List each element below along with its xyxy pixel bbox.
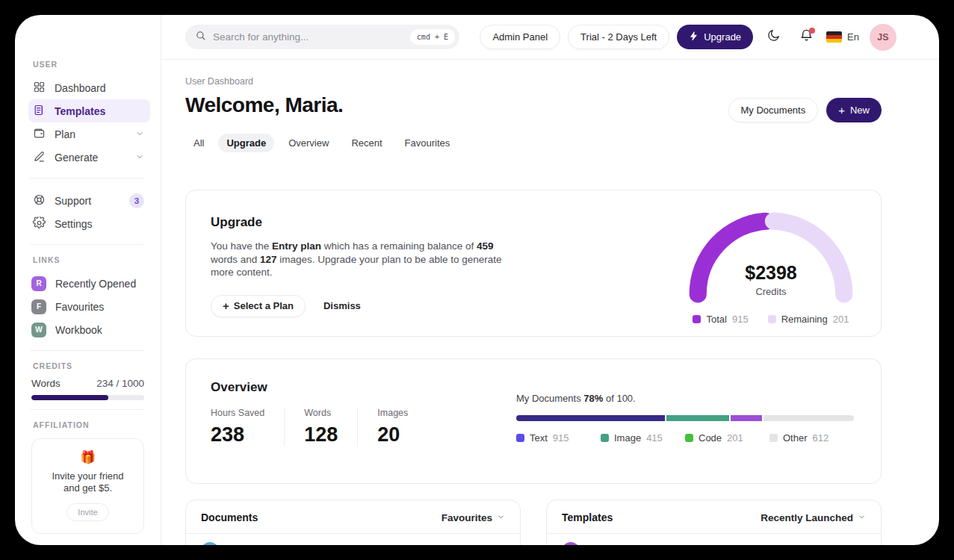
language-selector[interactable]: En bbox=[826, 31, 862, 43]
link-initial-badge: W bbox=[31, 323, 46, 337]
bar-segment-other bbox=[763, 415, 854, 421]
sidebar-item-support[interactable]: Support 3 bbox=[28, 189, 150, 212]
search-bar[interactable]: cmd + E bbox=[185, 25, 459, 49]
search-shortcut-badge: cmd + E bbox=[410, 29, 455, 45]
affiliation-text-line2: and get $5. bbox=[64, 482, 112, 494]
sidebar-item-settings[interactable]: Settings bbox=[28, 212, 150, 235]
invite-button[interactable]: Invite bbox=[66, 503, 108, 521]
wallet-icon bbox=[33, 127, 46, 142]
sidebar-item-label: Settings bbox=[55, 218, 93, 230]
sidebar-link-favourites[interactable]: F Favourites bbox=[31, 295, 153, 318]
legend-swatch bbox=[601, 434, 609, 442]
plus-icon: + bbox=[838, 105, 845, 116]
document-icon bbox=[33, 104, 46, 119]
sidebar-divider bbox=[30, 244, 144, 245]
templates-card-title: Templates bbox=[562, 511, 613, 523]
user-avatar[interactable]: JS bbox=[870, 24, 896, 51]
legend-total: Total 915 bbox=[693, 314, 748, 325]
page-title: Welcome, Maria. bbox=[185, 93, 343, 117]
sidebar-item-generate[interactable]: Generate bbox=[28, 146, 150, 169]
search-input[interactable] bbox=[213, 31, 403, 43]
grid-icon bbox=[33, 81, 46, 96]
templates-filter-dropdown[interactable]: Recently Launched bbox=[761, 512, 866, 523]
search-icon bbox=[195, 30, 206, 44]
notification-dot bbox=[809, 28, 815, 34]
stacked-progress-bar bbox=[516, 415, 854, 421]
legend-swatch bbox=[516, 434, 524, 442]
bar-segment-text bbox=[516, 415, 665, 421]
upgrade-card-title: Upgrade bbox=[211, 215, 524, 230]
legend-remaining: Remaining 201 bbox=[768, 314, 849, 325]
upgrade-card: Upgrade You have the Entry plan which ha… bbox=[185, 190, 882, 337]
documents-card: Documents Favourites Untitled Document i… bbox=[185, 500, 521, 545]
document-row[interactable]: Untitled Document in Workbook bbox=[186, 534, 520, 545]
breadcrumb: User Dashboard bbox=[185, 76, 343, 87]
overview-card: Overview Hours Saved 238 Words 128 Image… bbox=[185, 358, 882, 484]
chevron-down-icon bbox=[497, 512, 505, 523]
overview-card-title: Overview bbox=[211, 380, 427, 395]
legend-other: Other 612 bbox=[769, 432, 854, 444]
select-plan-button[interactable]: + Select a Plan bbox=[211, 295, 306, 317]
stat-words: Words 128 bbox=[284, 408, 357, 447]
tab-upgrade[interactable]: Upgrade bbox=[218, 134, 274, 152]
sidebar-item-label: Dashboard bbox=[55, 82, 106, 94]
gift-icon: 🎁 bbox=[40, 449, 136, 465]
main-content: User Dashboard Welcome, Maria. My Docume… bbox=[161, 60, 939, 545]
gauge-value: $2398 bbox=[688, 262, 854, 284]
template-avatar bbox=[562, 542, 580, 545]
sidebar-item-dashboard[interactable]: Dashboard bbox=[28, 76, 150, 99]
affiliation-text-line1: Invite your friend bbox=[52, 470, 123, 482]
topbar: cmd + E Admin Panel Trial - 2 Days Left … bbox=[161, 15, 939, 60]
support-count-badge: 3 bbox=[129, 193, 144, 208]
sidebar-item-plan[interactable]: Plan bbox=[28, 122, 150, 146]
sidebar-divider bbox=[30, 178, 144, 178]
moon-icon bbox=[766, 28, 781, 46]
stat-images: Images 20 bbox=[357, 408, 427, 447]
tab-recent[interactable]: Recent bbox=[343, 134, 390, 152]
sidebar-item-label: Support bbox=[55, 195, 91, 207]
chevron-down-icon bbox=[858, 512, 866, 523]
credits-gauge-chart: $2398 Credits Total 915 Remaining 201 bbox=[688, 211, 854, 336]
sidebar: USER Dashboard Templates Plan Generate S… bbox=[15, 15, 161, 545]
link-label: Recently Opened bbox=[55, 278, 136, 290]
sidebar-item-label: Plan bbox=[55, 128, 75, 140]
documents-filter-dropdown[interactable]: Favourites bbox=[442, 512, 505, 523]
sidebar-item-templates[interactable]: Templates bbox=[28, 99, 150, 122]
admin-panel-button[interactable]: Admin Panel bbox=[480, 25, 560, 49]
my-documents-button[interactable]: My Documents bbox=[728, 98, 819, 122]
sidebar-link-workbook[interactable]: W Workbook bbox=[31, 318, 153, 341]
credits-label: Words bbox=[31, 378, 61, 389]
legend-image: Image 415 bbox=[601, 432, 685, 444]
sidebar-link-recently-opened[interactable]: R Recently Opened bbox=[31, 272, 153, 295]
language-label: En bbox=[847, 31, 859, 43]
sidebar-section-affiliation: AFFILIATION bbox=[33, 420, 153, 429]
notifications-button[interactable] bbox=[793, 25, 819, 50]
bar-segment-image bbox=[666, 415, 729, 421]
documents-card-title: Documents bbox=[201, 511, 258, 523]
app-window: USER Dashboard Templates Plan Generate S… bbox=[15, 15, 939, 545]
trial-status-button[interactable]: Trial - 2 Days Left bbox=[568, 25, 669, 49]
legend-swatch bbox=[769, 434, 778, 442]
tab-all[interactable]: All bbox=[185, 134, 212, 152]
link-initial-badge: R bbox=[31, 276, 46, 291]
tab-overview[interactable]: Overview bbox=[280, 134, 337, 152]
templates-card: Templates Recently Launched Blog Post Ti… bbox=[546, 500, 882, 545]
dismiss-button[interactable]: Dismiss bbox=[323, 300, 361, 311]
document-avatar bbox=[201, 542, 219, 545]
sidebar-item-label: Generate bbox=[55, 152, 98, 164]
sidebar-section-user: USER bbox=[33, 60, 153, 69]
new-button[interactable]: + New bbox=[826, 98, 882, 122]
tab-favourites[interactable]: Favourites bbox=[397, 134, 459, 152]
pencil-icon bbox=[33, 150, 46, 165]
bolt-icon bbox=[689, 31, 699, 43]
upgrade-button[interactable]: Upgrade bbox=[677, 25, 753, 49]
chevron-down-icon bbox=[135, 128, 144, 140]
sidebar-section-links: LINKS bbox=[33, 255, 153, 264]
documents-progress-label: My Documents 78% of 100. bbox=[516, 393, 854, 404]
dark-mode-toggle[interactable] bbox=[761, 25, 786, 50]
gear-icon bbox=[33, 217, 46, 231]
legend-swatch bbox=[768, 315, 776, 323]
legend-swatch bbox=[693, 315, 701, 323]
template-row[interactable]: Blog Post Title in Workbook bbox=[547, 534, 881, 545]
link-label: Workbook bbox=[55, 324, 102, 336]
